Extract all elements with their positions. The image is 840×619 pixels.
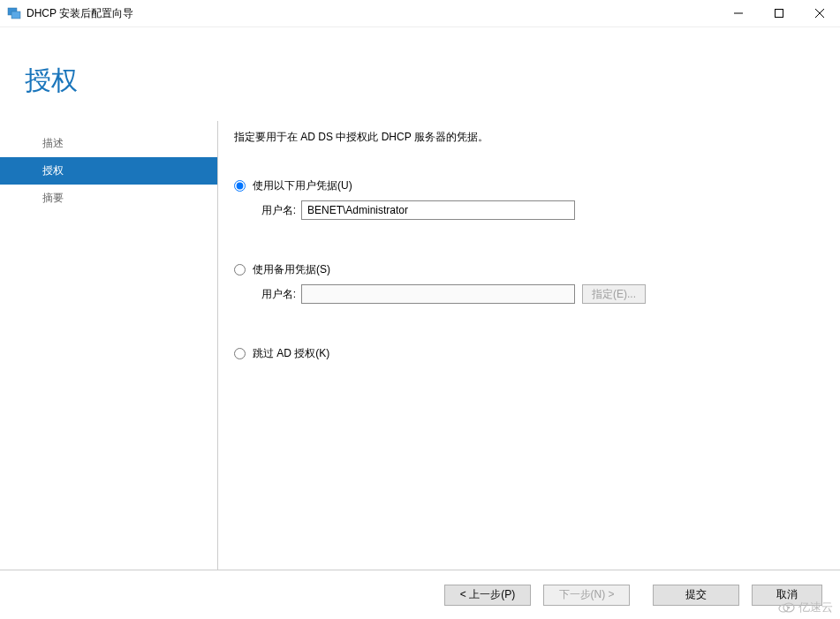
window-title: DHCP 安装后配置向导 bbox=[26, 6, 718, 21]
previous-button[interactable]: < 上一步(P) bbox=[444, 585, 531, 606]
svg-rect-1 bbox=[11, 11, 20, 19]
sidebar-item-description[interactable]: 描述 bbox=[0, 130, 217, 157]
sidebar-item-authorize[interactable]: 授权 bbox=[0, 157, 217, 185]
instruction-text: 指定要用于在 AD DS 中授权此 DHCP 服务器的凭据。 bbox=[234, 130, 815, 145]
field-row-current-username: 用户名: bbox=[234, 200, 815, 220]
radio-label-skip: 跳过 AD 授权(K) bbox=[253, 346, 329, 361]
specify-button: 指定(E)... bbox=[582, 284, 646, 304]
cancel-button[interactable]: 取消 bbox=[752, 585, 822, 606]
window-controls bbox=[718, 0, 840, 26]
close-button[interactable] bbox=[799, 0, 840, 26]
radio-alternate-credentials[interactable] bbox=[234, 264, 246, 276]
main-section: 描述 授权 摘要 指定要用于在 AD DS 中授权此 DHCP 服务器的凭据。 … bbox=[0, 121, 840, 570]
footer: < 上一步(P) 下一步(N) > 提交 取消 bbox=[0, 570, 840, 619]
header-section: 授权 bbox=[0, 27, 840, 121]
content-area: 授权 描述 授权 摘要 指定要用于在 AD DS 中授权此 DHCP 服务器的凭… bbox=[0, 26, 840, 619]
field-label-username1: 用户名: bbox=[255, 203, 296, 218]
option-current-credentials[interactable]: 使用以下用户凭据(U) bbox=[234, 178, 815, 193]
radio-label-alternate: 使用备用凭据(S) bbox=[253, 262, 330, 277]
option-skip-authorization[interactable]: 跳过 AD 授权(K) bbox=[234, 346, 815, 361]
radio-label-current: 使用以下用户凭据(U) bbox=[253, 178, 352, 193]
right-panel: 指定要用于在 AD DS 中授权此 DHCP 服务器的凭据。 使用以下用户凭据(… bbox=[217, 121, 840, 570]
field-label-username2: 用户名: bbox=[255, 287, 296, 302]
titlebar: DHCP 安装后配置向导 bbox=[0, 0, 840, 26]
input-current-username bbox=[301, 200, 575, 220]
next-button: 下一步(N) > bbox=[543, 585, 630, 606]
sidebar-item-summary[interactable]: 摘要 bbox=[0, 185, 217, 212]
radio-current-credentials[interactable] bbox=[234, 180, 246, 192]
radio-skip-authorization[interactable] bbox=[234, 348, 246, 359]
commit-button[interactable]: 提交 bbox=[653, 585, 739, 606]
page-title: 授权 bbox=[25, 63, 840, 99]
field-row-alternate-username: 用户名: 指定(E)... bbox=[234, 284, 815, 304]
maximize-button[interactable] bbox=[759, 0, 799, 26]
svg-rect-3 bbox=[776, 10, 783, 18]
option-alternate-credentials[interactable]: 使用备用凭据(S) bbox=[234, 262, 815, 277]
sidebar: 描述 授权 摘要 bbox=[0, 121, 217, 570]
input-alternate-username bbox=[301, 284, 575, 304]
minimize-button[interactable] bbox=[718, 0, 759, 26]
app-icon bbox=[7, 6, 21, 20]
